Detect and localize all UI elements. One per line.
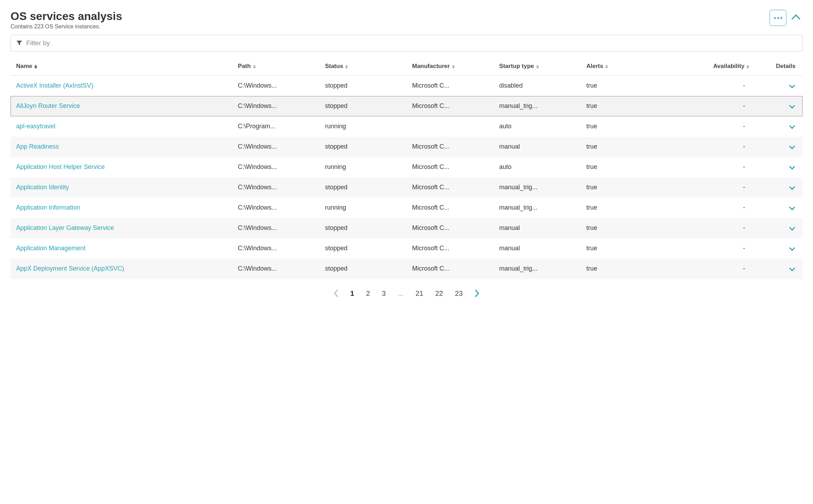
cell-status: stopped bbox=[319, 218, 406, 238]
table-row: AppX Deployment Service (AppXSVC)C:\Wind… bbox=[11, 259, 802, 279]
column-header-manufacturer[interactable]: Manufacturer bbox=[406, 59, 494, 76]
column-header-path[interactable]: Path bbox=[232, 59, 320, 76]
column-header-alerts[interactable]: Alerts bbox=[581, 59, 676, 76]
column-header-name[interactable]: Name bbox=[11, 59, 232, 76]
expand-row-button[interactable] bbox=[786, 243, 797, 254]
cell-alerts: true bbox=[581, 116, 676, 137]
expand-row-button[interactable] bbox=[786, 264, 797, 274]
chevron-down-icon bbox=[789, 143, 795, 149]
cell-availability: - bbox=[676, 76, 755, 96]
chevron-down-icon bbox=[789, 82, 795, 88]
cell-availability: - bbox=[676, 116, 755, 137]
cell-path: C:\Windows... bbox=[232, 259, 320, 279]
chevron-down-icon bbox=[789, 245, 795, 251]
pagination-page[interactable]: 22 bbox=[433, 288, 445, 299]
cell-startup: manual_trig... bbox=[494, 259, 581, 279]
cell-alerts: true bbox=[581, 198, 676, 218]
cell-path: C:\Windows... bbox=[232, 218, 320, 238]
service-link[interactable]: Application Identity bbox=[16, 184, 69, 191]
filter-bar[interactable] bbox=[11, 35, 802, 52]
title-block: OS services analysis Contains 223 OS Ser… bbox=[11, 10, 122, 30]
cell-path: C:\Program... bbox=[232, 116, 320, 137]
cell-path: C:\Windows... bbox=[232, 157, 320, 177]
filter-input[interactable] bbox=[26, 39, 797, 47]
cell-startup: manual bbox=[494, 137, 581, 157]
service-link[interactable]: AppX Deployment Service (AppXSVC) bbox=[16, 265, 124, 272]
cell-path: C:\Windows... bbox=[232, 238, 320, 259]
sort-icon bbox=[253, 65, 256, 69]
cell-alerts: true bbox=[581, 96, 676, 116]
cell-startup: manual_trig... bbox=[494, 177, 581, 198]
pagination-page[interactable]: 21 bbox=[414, 288, 425, 299]
cell-startup: manual_trig... bbox=[494, 198, 581, 218]
cell-availability: - bbox=[676, 218, 755, 238]
cell-status: stopped bbox=[319, 96, 406, 116]
expand-row-button[interactable] bbox=[786, 182, 797, 193]
table-row: ActiveX Installer (AxInstSV)C:\Windows..… bbox=[11, 76, 802, 96]
chevron-down-icon bbox=[789, 164, 795, 170]
service-link[interactable]: AllJoyn Router Service bbox=[16, 102, 80, 109]
cell-manufacturer: Microsoft C... bbox=[406, 198, 494, 218]
cell-manufacturer: Microsoft C... bbox=[406, 96, 494, 116]
expand-row-button[interactable] bbox=[786, 142, 797, 152]
table-row: App ReadinessC:\Windows...stoppedMicroso… bbox=[11, 137, 802, 157]
column-header-availability[interactable]: Availability bbox=[676, 59, 755, 76]
cell-path: C:\Windows... bbox=[232, 76, 320, 96]
cell-status: stopped bbox=[319, 177, 406, 198]
pagination-next[interactable] bbox=[472, 288, 481, 299]
cell-startup: manual bbox=[494, 238, 581, 259]
chevron-right-icon bbox=[474, 290, 479, 297]
cell-manufacturer: Microsoft C... bbox=[406, 238, 494, 259]
cell-alerts: true bbox=[581, 238, 676, 259]
pagination-page[interactable]: 23 bbox=[453, 288, 465, 299]
sort-icon bbox=[536, 65, 539, 69]
pagination-page[interactable]: 3 bbox=[380, 288, 388, 299]
chevron-down-icon bbox=[789, 204, 795, 210]
expand-row-button[interactable] bbox=[786, 81, 797, 91]
service-link[interactable]: Application Information bbox=[16, 204, 80, 211]
page-subtitle: Contains 223 OS Service instances. bbox=[11, 23, 122, 30]
service-link[interactable]: App Readiness bbox=[16, 143, 59, 150]
service-link[interactable]: apl-easytravel bbox=[16, 123, 55, 130]
cell-availability: - bbox=[676, 177, 755, 198]
table-row: Application Layer Gateway ServiceC:\Wind… bbox=[11, 218, 802, 238]
filter-icon bbox=[16, 41, 22, 46]
cell-alerts: true bbox=[581, 177, 676, 198]
cell-manufacturer: Microsoft C... bbox=[406, 137, 494, 157]
pagination-page[interactable]: 1 bbox=[348, 288, 356, 299]
expand-row-button[interactable] bbox=[786, 162, 797, 172]
service-link[interactable]: ActiveX Installer (AxInstSV) bbox=[16, 82, 93, 89]
chevron-down-icon bbox=[789, 265, 795, 271]
more-actions-button[interactable] bbox=[770, 10, 786, 26]
pagination-page[interactable]: 2 bbox=[364, 288, 372, 299]
service-link[interactable]: Application Host Helper Service bbox=[16, 163, 105, 170]
cell-startup: manual bbox=[494, 218, 581, 238]
pagination-ellipsis: ... bbox=[396, 288, 406, 299]
page-title: OS services analysis bbox=[11, 10, 122, 23]
cell-manufacturer: Microsoft C... bbox=[406, 177, 494, 198]
chevron-down-icon bbox=[789, 225, 795, 231]
service-link[interactable]: Application Layer Gateway Service bbox=[16, 224, 114, 231]
chevron-down-icon bbox=[789, 123, 795, 129]
more-icon bbox=[774, 17, 782, 19]
column-header-startup[interactable]: Startup type bbox=[494, 59, 581, 76]
expand-row-button[interactable] bbox=[786, 223, 797, 233]
column-header-status[interactable]: Status bbox=[319, 59, 406, 76]
services-table: Name Path Status Manufacturer Startup ty… bbox=[11, 59, 802, 279]
expand-row-button[interactable] bbox=[786, 121, 797, 132]
cell-alerts: true bbox=[581, 76, 676, 96]
expand-row-button[interactable] bbox=[786, 203, 797, 213]
collapse-section-button[interactable] bbox=[791, 12, 802, 23]
expand-row-button[interactable] bbox=[786, 101, 797, 111]
chevron-down-icon bbox=[789, 103, 795, 109]
table-row: Application ManagementC:\Windows...stopp… bbox=[11, 238, 802, 259]
pagination-prev[interactable] bbox=[332, 288, 341, 299]
cell-availability: - bbox=[676, 259, 755, 279]
cell-path: C:\Windows... bbox=[232, 137, 320, 157]
sort-icon bbox=[605, 65, 608, 69]
chevron-up-icon bbox=[791, 14, 800, 23]
service-link[interactable]: Application Management bbox=[16, 245, 86, 252]
cell-startup: disabled bbox=[494, 76, 581, 96]
cell-alerts: true bbox=[581, 218, 676, 238]
chevron-left-icon bbox=[334, 290, 339, 297]
